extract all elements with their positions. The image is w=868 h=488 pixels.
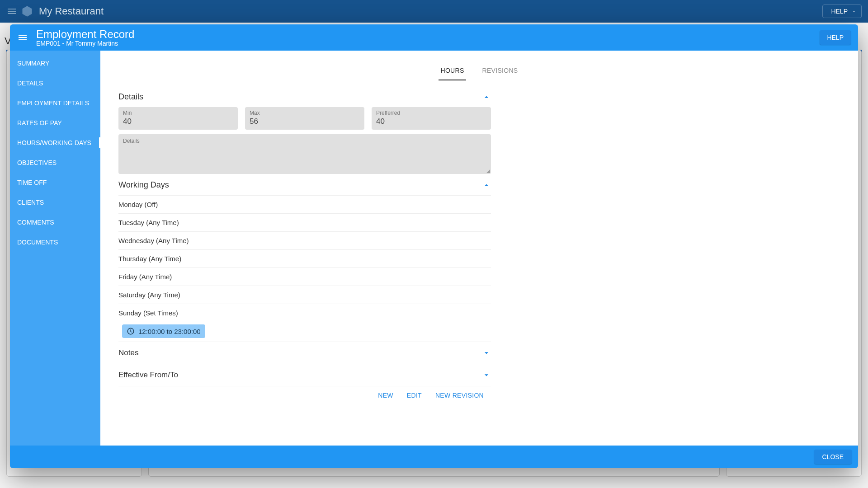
sidebar-item-time-off[interactable]: TIME OFF [10,173,100,192]
details-textarea[interactable]: Details [118,134,491,174]
max-value: 56 [250,117,360,126]
chevron-down-icon[interactable] [482,371,491,380]
topbar-help-button[interactable]: HELP [822,5,862,18]
tab-hours[interactable]: HOURS [439,61,466,80]
section-details-title: Details [118,92,143,102]
app-logo-icon [21,5,33,18]
topbar-help-label: HELP [831,8,848,15]
chevron-up-icon[interactable] [482,181,491,190]
day-item[interactable]: Thursday (Any Time) [118,250,491,268]
day-item[interactable]: Wednesday (Any Time) [118,232,491,250]
sidebar-item-summary[interactable]: SUMMARY [10,53,100,73]
resize-handle-icon[interactable] [486,169,490,173]
dialog-subtitle: EMP001 - Mr Tommy Martins [36,40,134,47]
dialog-help-button[interactable]: HELP [820,30,851,45]
close-button[interactable]: CLOSE [814,450,852,464]
min-field[interactable]: Min 40 [118,107,238,130]
clock-icon [127,327,135,335]
dialog-menu-icon[interactable] [17,32,28,43]
preferred-field[interactable]: Prefferred 40 [372,107,491,130]
chevron-up-icon[interactable] [482,93,491,102]
new-revision-button[interactable]: NEW REVISION [435,392,484,399]
dialog-content: HOURS REVISIONS Details Min 40 Max [100,51,858,446]
dialog-sidebar: SUMMARY DETAILS EMPLOYMENT DETAILS RATES… [10,51,100,446]
sidebar-item-employment-details[interactable]: EMPLOYMENT DETAILS [10,93,100,113]
caret-down-icon [851,9,857,14]
time-range-text: 12:00:00 to 23:00:00 [138,328,201,335]
content-actions: NEW EDIT NEW REVISION [118,386,491,404]
day-item[interactable]: Friday (Any Time) [118,268,491,286]
chevron-down-icon[interactable] [482,348,491,357]
employment-record-dialog: Employment Record EMP001 - Mr Tommy Mart… [10,24,858,468]
preferred-value: 40 [376,117,486,126]
sidebar-item-objectives[interactable]: OBJECTIVES [10,153,100,173]
working-days-list: Monday (Off) Tuesday (Any Time) Wednesda… [118,195,491,342]
dialog-title: Employment Record [36,28,134,41]
preferred-label: Prefferred [376,110,486,116]
max-field[interactable]: Max 56 [245,107,364,130]
sidebar-item-rates-of-pay[interactable]: RATES OF PAY [10,113,100,133]
section-effective-title: Effective From/To [118,371,178,380]
day-item[interactable]: Tuesday (Any Time) [118,214,491,232]
sidebar-item-details[interactable]: DETAILS [10,73,100,93]
dialog-header: Employment Record EMP001 - Mr Tommy Mart… [10,24,858,51]
day-item[interactable]: Sunday (Set Times) [118,304,491,322]
max-label: Max [250,110,360,116]
section-working-days-title: Working Days [118,180,169,190]
min-value: 40 [123,117,233,126]
time-range-chip[interactable]: 12:00:00 to 23:00:00 [122,324,205,338]
day-item[interactable]: Monday (Off) [118,196,491,214]
sidebar-item-hours-working-days[interactable]: HOURS/WORKING DAYS [10,133,100,153]
section-details-header[interactable]: Details [118,86,491,107]
menu-icon[interactable] [6,6,17,17]
section-notes-header[interactable]: Notes [118,342,491,364]
edit-button[interactable]: EDIT [407,392,422,399]
sidebar-item-comments[interactable]: COMMENTS [10,212,100,232]
section-effective-header[interactable]: Effective From/To [118,364,491,386]
day-item[interactable]: Saturday (Any Time) [118,286,491,304]
section-working-days-header[interactable]: Working Days [118,174,491,195]
app-name: My Restaurant [39,5,104,17]
sidebar-item-documents[interactable]: DOCUMENTS [10,232,100,252]
sidebar-item-clients[interactable]: CLIENTS [10,192,100,212]
min-label: Min [123,110,233,116]
new-button[interactable]: NEW [378,392,393,399]
dialog-footer: CLOSE [10,446,858,468]
content-tabs: HOURS REVISIONS [100,51,858,80]
section-notes-title: Notes [118,348,138,357]
app-topbar: My Restaurant HELP [0,0,868,23]
details-textarea-label: Details [123,138,486,144]
tab-revisions[interactable]: REVISIONS [481,61,520,80]
